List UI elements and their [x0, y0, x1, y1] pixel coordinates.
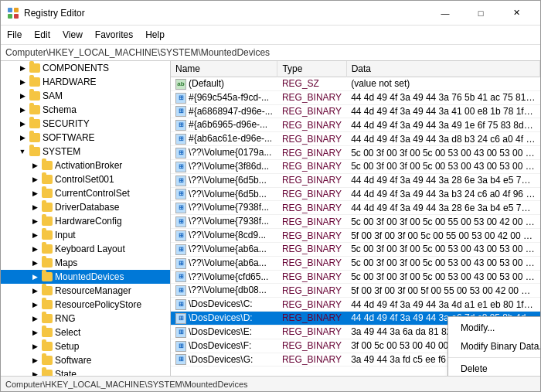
context-menu-item-delete[interactable]: Delete — [448, 360, 540, 376]
cell-type: REG_BINARY — [277, 242, 346, 256]
table-row[interactable]: ⊞#{969c545a-f9cd-...REG_BINARY44 4d 49 4… — [171, 90, 540, 104]
tree-toggle[interactable]: ▶ — [29, 354, 41, 366]
tree-toggle[interactable]: ▶ — [29, 298, 41, 311]
tree-toggle[interactable]: ▶ — [29, 187, 41, 199]
table-row[interactable]: ⊞\??\Volume{ab6a...REG_BINARY5c 00 3f 00… — [171, 256, 540, 270]
sidebar-item-select[interactable]: ▶Select — [1, 326, 170, 339]
tree-toggle[interactable]: ▶ — [29, 159, 41, 172]
sidebar-item-input[interactable]: ▶Input — [1, 228, 170, 242]
tree-toggle[interactable]: ▶ — [29, 326, 41, 339]
col-header-type[interactable]: Type — [277, 61, 346, 77]
reg-binary-icon: ⊞ — [175, 258, 186, 269]
tree-toggle[interactable]: ▶ — [29, 243, 41, 255]
col-header-name[interactable]: Name — [171, 61, 277, 77]
sidebar-item-rng[interactable]: ▶RNG — [1, 312, 170, 326]
sidebar-item-hardwareconfig[interactable]: ▶HardwareConfig — [1, 214, 170, 228]
sidebar-item-driverdatabase[interactable]: ▶DriverDatabase — [1, 200, 170, 214]
col-header-data[interactable]: Data — [346, 61, 539, 77]
tree-toggle[interactable]: ▶ — [16, 131, 29, 144]
cell-data: 5c 00 3f 00 3f 00 5c 00 53 00 43 00 53 0… — [346, 242, 539, 256]
table-row[interactable]: ⊞\??\Volume{3f86d...REG_BINARY5c 00 3f 0… — [171, 159, 540, 173]
table-row[interactable]: ⊞#{a6b6965-d96e-...REG_BINARY44 4d 49 4f… — [171, 118, 540, 132]
table-row[interactable]: ⊞\??\Volume{ab6a...REG_BINARY5c 00 3f 00… — [171, 242, 540, 256]
menu-item-favorites[interactable]: Favorites — [89, 27, 139, 43]
cell-name: ⊞\DosDevices\D: — [171, 312, 277, 326]
tree-toggle[interactable]: ▶ — [29, 285, 41, 297]
cell-type: REG_BINARY — [277, 298, 346, 312]
reg-binary-icon: ⊞ — [175, 244, 186, 255]
reg-binary-icon: ⊞ — [175, 354, 186, 365]
context-menu-item-modifybinarydata...[interactable]: Modify Binary Data... — [448, 337, 540, 356]
menu-item-view[interactable]: View — [56, 27, 89, 43]
tree-label: ResourceManager — [55, 285, 131, 296]
tree-toggle[interactable]: ▶ — [16, 118, 29, 130]
table-row[interactable]: ⊞\DosDevices\C:REG_BINARY44 4d 49 4f 3a … — [171, 298, 540, 312]
sidebar-item-hardware[interactable]: ▶HARDWARE — [1, 75, 170, 89]
sidebar-item-software[interactable]: ▶Software — [1, 353, 170, 367]
sidebar-item-schema[interactable]: ▶Schema — [1, 103, 170, 117]
table-row[interactable]: ⊞\??\Volume{8cd9...REG_BINARY5f 00 3f 00… — [171, 229, 540, 243]
tree-toggle[interactable]: ▶ — [29, 340, 41, 353]
table-row[interactable]: ⊞\??\Volume{7938f...REG_BINARY5c 00 3f 0… — [171, 215, 540, 229]
tree-toggle[interactable]: ▶ — [16, 62, 29, 74]
tree-toggle[interactable]: ▶ — [16, 76, 29, 88]
tree-label: SAM — [43, 90, 63, 101]
maximize-button[interactable]: □ — [463, 4, 498, 22]
table-row[interactable]: ⊞\??\Volume{6d5b...REG_BINARY44 4d 49 4f… — [171, 187, 540, 201]
table-row[interactable]: ⊞\??\Volume{0179a...REG_BINARY5c 00 3f 0… — [171, 146, 540, 160]
table-row[interactable]: ⊞\??\Volume{db08...REG_BINARY5f 00 3f 00… — [171, 284, 540, 298]
tree-toggle[interactable]: ▼ — [16, 145, 29, 158]
cell-name: ⊞\DosDevices\F: — [171, 339, 277, 353]
sidebar-item-system[interactable]: ▼SYSTEM — [1, 145, 170, 159]
table-row[interactable]: ⊞#{a6868947-d96e-...REG_BINARY44 4d 49 4… — [171, 104, 540, 118]
table-row[interactable]: ⊞#{ab6ac61e-d96e-...REG_BINARY44 4d 49 4… — [171, 132, 540, 146]
reg-binary-icon: ⊞ — [175, 120, 186, 131]
reg-binary-icon: ⊞ — [175, 134, 186, 145]
sidebar-item-mounteddevices[interactable]: ▶MountedDevices — [1, 270, 170, 284]
sidebar-item-security[interactable]: ▶SECURITY — [1, 117, 170, 131]
reg-binary-icon: ⊞ — [175, 271, 186, 282]
menu-item-help[interactable]: Help — [139, 27, 171, 43]
table-row[interactable]: ⊞\??\Volume{7938f...REG_BINARY44 4d 49 4… — [171, 201, 540, 215]
tree-toggle[interactable]: ▶ — [29, 257, 41, 269]
sidebar-item-maps[interactable]: ▶Maps — [1, 256, 170, 270]
sidebar-item-resourcepolicystore[interactable]: ▶ResourcePolicyStore — [1, 298, 170, 312]
svg-rect-3 — [14, 14, 19, 19]
tree-toggle[interactable]: ▶ — [29, 312, 41, 325]
table-row[interactable]: ab(Default)REG_SZ(value not set) — [171, 77, 540, 91]
menu-item-file[interactable]: File — [1, 27, 28, 43]
sidebar-item-state[interactable]: ▶State — [1, 367, 170, 376]
close-button[interactable]: ✕ — [498, 4, 534, 22]
tree-toggle[interactable]: ▶ — [29, 368, 41, 376]
sidebar-item-sam[interactable]: ▶SAM — [1, 89, 170, 103]
folder-icon — [41, 159, 53, 172]
sidebar-item-software[interactable]: ▶SOFTWARE — [1, 131, 170, 145]
sidebar-item-keyboard-layout[interactable]: ▶Keyboard Layout — [1, 242, 170, 256]
sidebar-item-currentcontrolset[interactable]: ▶CurrentControlSet — [1, 186, 170, 200]
address-bar: Computer\HKEY_LOCAL_MACHINE\SYSTEM\Mount… — [1, 45, 540, 61]
sidebar-item-controlset001[interactable]: ▶ControlSet001 — [1, 172, 170, 186]
tree-toggle[interactable]: ▶ — [29, 173, 41, 186]
menu-item-edit[interactable]: Edit — [28, 27, 56, 43]
folder-icon — [41, 215, 53, 227]
sidebar-item-setup[interactable]: ▶Setup — [1, 339, 170, 353]
tree-label: ResourcePolicyStore — [55, 299, 141, 310]
minimize-button[interactable]: — — [427, 4, 463, 22]
tree-toggle[interactable]: ▶ — [16, 90, 29, 102]
cell-type: REG_BINARY — [277, 159, 346, 173]
cell-name: ⊞\??\Volume{6d5b... — [171, 173, 277, 187]
cell-data: 44 4d 49 4f 3a 49 44 3a 4d a1 e1 eb 80 1… — [346, 298, 539, 312]
tree-toggle[interactable]: ▶ — [29, 215, 41, 227]
table-row[interactable]: ⊞\??\Volume{cfd65...REG_BINARY5c 00 3f 0… — [171, 270, 540, 284]
cell-name: ⊞#{a6b6965-d96e-... — [171, 118, 277, 132]
sidebar-item-resourcemanager[interactable]: ▶ResourceManager — [1, 284, 170, 298]
tree-toggle[interactable]: ▶ — [16, 104, 29, 116]
tree-toggle[interactable]: ▶ — [29, 229, 41, 241]
context-menu-item-modify...[interactable]: Modify... — [448, 319, 540, 337]
tree-toggle[interactable]: ▶ — [29, 201, 41, 213]
cell-data: 5f 00 3f 00 3f 00 5f 00 55 00 53 00 42 0… — [346, 284, 539, 298]
table-row[interactable]: ⊞\??\Volume{6d5b...REG_BINARY44 4d 49 4f… — [171, 173, 540, 187]
tree-toggle[interactable]: ▶ — [29, 271, 41, 283]
sidebar-item-activationbroker[interactable]: ▶ActivationBroker — [1, 159, 170, 172]
sidebar-item-components[interactable]: ▶COMPONENTS — [1, 61, 170, 75]
